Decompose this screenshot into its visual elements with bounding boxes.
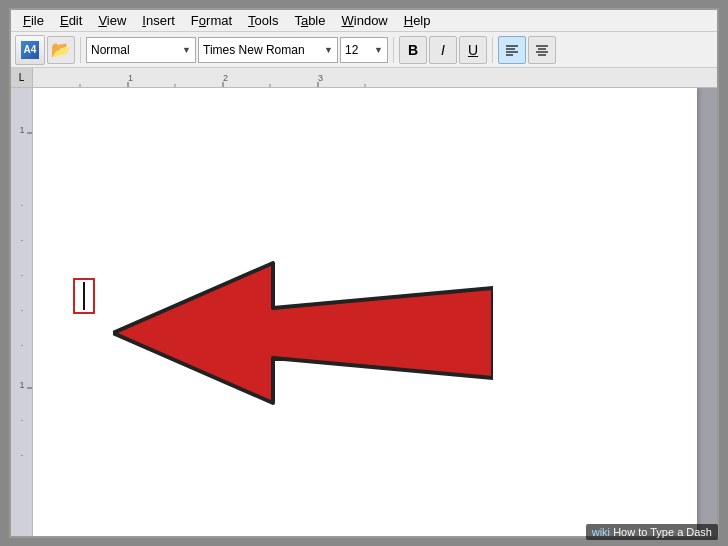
left-ruler-svg: 1 · · · · · 1 · · <box>11 88 33 536</box>
menu-help[interactable]: Help <box>396 12 439 29</box>
font-dropdown-arrow: ▼ <box>324 45 333 55</box>
svg-text:·: · <box>21 200 24 210</box>
menu-edit[interactable]: Edit <box>52 12 90 29</box>
svg-marker-29 <box>113 263 493 403</box>
svg-text:·: · <box>21 450 24 460</box>
left-ruler: 1 · · · · · 1 · · <box>11 88 33 536</box>
size-label: 12 <box>345 43 358 57</box>
svg-text:3: 3 <box>318 73 323 83</box>
word-window: File Edit View Insert Format Tools Table… <box>9 8 719 538</box>
cursor-box <box>73 278 95 314</box>
svg-text:·: · <box>21 305 24 315</box>
size-dropdown-arrow: ▼ <box>374 45 383 55</box>
new-button[interactable]: A4 <box>15 35 45 65</box>
svg-text:·: · <box>21 270 24 280</box>
svg-text:2: 2 <box>223 73 228 83</box>
style-dropdown[interactable]: Normal ▼ <box>86 37 196 63</box>
svg-text:·: · <box>21 340 24 350</box>
red-arrow-container <box>113 233 493 433</box>
svg-text:·: · <box>21 415 24 425</box>
style-label: Normal <box>91 43 130 57</box>
font-label: Times New Roman <box>203 43 305 57</box>
menu-insert[interactable]: Insert <box>134 12 183 29</box>
toolbar: A4 📂 Normal ▼ Times New Roman ▼ 12 ▼ B I… <box>11 32 717 68</box>
menu-view[interactable]: View <box>90 12 134 29</box>
separator-1 <box>80 37 81 63</box>
wiki-label: wiki <box>592 526 610 538</box>
menu-format[interactable]: Format <box>183 12 240 29</box>
align-center-icon <box>535 43 549 57</box>
underline-button[interactable]: U <box>459 36 487 64</box>
menu-file[interactable]: File <box>15 12 52 29</box>
how-to-label: How to Type a Dash <box>613 526 712 538</box>
style-dropdown-arrow: ▼ <box>182 45 191 55</box>
new-doc-icon: A4 <box>21 41 39 59</box>
ruler-svg: 1 2 3 <box>33 68 717 88</box>
size-dropdown[interactable]: 12 ▼ <box>340 37 388 63</box>
separator-2 <box>393 37 394 63</box>
bold-button[interactable]: B <box>399 36 427 64</box>
wiki-watermark: wiki How to Type a Dash <box>586 524 718 540</box>
svg-text:1: 1 <box>19 380 24 390</box>
italic-button[interactable]: I <box>429 36 457 64</box>
align-left-icon <box>505 43 519 57</box>
svg-text:1: 1 <box>128 73 133 83</box>
ruler-tab[interactable]: L <box>11 68 33 87</box>
cursor-area <box>73 278 95 314</box>
separator-3 <box>492 37 493 63</box>
ruler: L 1 2 3 <box>11 68 717 88</box>
text-cursor <box>83 282 85 310</box>
menu-bar: File Edit View Insert Format Tools Table… <box>11 10 717 32</box>
content-area: 1 · · · · · 1 · · <box>11 88 717 536</box>
menu-table[interactable]: Table <box>286 12 333 29</box>
red-arrow-svg <box>113 233 493 433</box>
align-left-button[interactable] <box>498 36 526 64</box>
menu-tools[interactable]: Tools <box>240 12 286 29</box>
svg-text:·: · <box>21 235 24 245</box>
svg-text:1: 1 <box>19 125 24 135</box>
open-button[interactable]: 📂 <box>47 36 75 64</box>
ruler-inner: 1 2 3 <box>33 68 717 87</box>
doc-right-space <box>697 88 717 536</box>
align-center-button[interactable] <box>528 36 556 64</box>
document-page[interactable] <box>33 88 697 536</box>
menu-window[interactable]: Window <box>334 12 396 29</box>
font-dropdown[interactable]: Times New Roman ▼ <box>198 37 338 63</box>
